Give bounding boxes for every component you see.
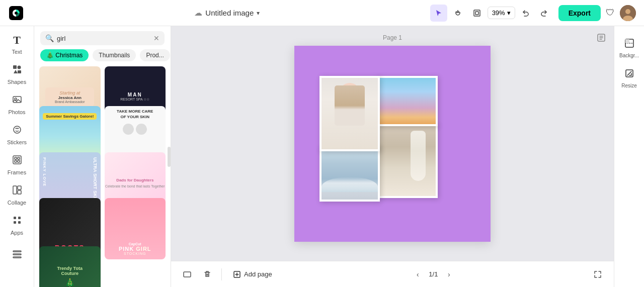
svg-rect-0 — [9, 6, 23, 20]
sidebar-item-frames[interactable]: Frames — [3, 151, 31, 179]
tag-thumbnails[interactable]: Thumbnails — [93, 49, 136, 61]
add-page-button[interactable]: Add page — [228, 267, 277, 281]
header-center: ☁ Untitled image ▾ — [30, 8, 424, 18]
shapes-icon — [12, 64, 22, 77]
template-item[interactable]: Trendy TotaCouture 🎄 — [39, 246, 101, 287]
search-icon: 🔍 — [45, 34, 54, 42]
apps-icon — [12, 215, 22, 228]
sidebar-item-collage-label: Collage — [8, 200, 26, 206]
canvas-area: Page 1 — [171, 26, 614, 287]
svg-rect-31 — [625, 39, 629, 43]
sidebar-item-shapes-label: Shapes — [8, 79, 26, 85]
resize-icon — [624, 68, 634, 81]
header-tools: 39% ▾ — [430, 5, 552, 22]
frame-tool-button[interactable] — [468, 5, 486, 22]
canvas-wrapper — [171, 26, 614, 261]
add-page-label: Add page — [244, 270, 272, 278]
template-panel: 🔍 ✕ 🎄 Christmas Thumbnails Prod... Start… — [34, 26, 171, 287]
more-icon — [12, 249, 22, 262]
prev-page-button[interactable]: ‹ — [411, 267, 425, 281]
undo-button[interactable] — [517, 5, 534, 22]
sidebar-item-apps[interactable]: Apps — [3, 211, 31, 239]
svg-rect-8 — [18, 70, 21, 73]
bottom-bar: Add page ‹ 1/1 › — [171, 261, 614, 287]
tag-prod[interactable]: Prod... — [140, 49, 170, 61]
sidebar-item-shapes[interactable]: Shapes — [3, 60, 31, 88]
svg-rect-6 — [13, 65, 17, 69]
logo[interactable] — [8, 5, 24, 21]
main-content: T Text Shapes Photos — [0, 26, 644, 287]
photo-2[interactable] — [377, 76, 438, 126]
left-sidebar: T Text Shapes Photos — [0, 26, 34, 287]
svg-rect-23 — [18, 221, 21, 224]
svg-rect-15 — [15, 160, 17, 162]
cloud-icon: ☁ — [194, 8, 202, 18]
svg-rect-20 — [14, 217, 16, 219]
svg-point-11 — [14, 126, 21, 133]
background-panel-button[interactable]: Backgr... — [616, 34, 642, 62]
svg-rect-28 — [184, 272, 191, 277]
sidebar-item-text-label: Text — [12, 49, 22, 55]
tag-christmas[interactable]: 🎄 Christmas — [40, 49, 89, 61]
background-icon — [624, 38, 634, 51]
page-thumbnail-button[interactable] — [179, 266, 195, 282]
search-input[interactable] — [57, 35, 150, 42]
export-button[interactable]: Export — [558, 5, 601, 21]
svg-rect-16 — [18, 160, 20, 162]
next-page-button[interactable]: › — [442, 267, 456, 281]
resize-panel-button[interactable]: Resize — [616, 64, 642, 92]
svg-point-7 — [17, 65, 21, 69]
fit-page-button[interactable] — [590, 266, 606, 282]
delete-page-button[interactable] — [199, 266, 215, 282]
collage-icon — [12, 185, 22, 198]
stickers-icon — [12, 125, 22, 137]
photo-3[interactable] — [319, 146, 380, 202]
sidebar-item-text[interactable]: T Text — [3, 30, 31, 58]
header: ☁ Untitled image ▾ 39% ▾ — [0, 0, 644, 26]
svg-point-4 — [625, 9, 630, 14]
photo-1[interactable] — [319, 76, 380, 151]
title-area: ☁ Untitled image ▾ — [194, 8, 260, 18]
search-box[interactable]: 🔍 ✕ — [40, 31, 165, 45]
user-avatar[interactable] — [620, 5, 636, 21]
sidebar-item-photos[interactable]: Photos — [3, 90, 31, 119]
svg-rect-19 — [18, 190, 21, 194]
canvas[interactable] — [294, 46, 491, 242]
hand-tool-button[interactable] — [449, 5, 466, 22]
zoom-control[interactable]: 39% ▾ — [488, 7, 515, 19]
svg-rect-18 — [18, 186, 21, 189]
title-chevron-icon[interactable]: ▾ — [257, 10, 260, 17]
background-panel-label: Backgr... — [619, 53, 639, 58]
sidebar-item-frames-label: Frames — [8, 169, 26, 175]
sidebar-item-apps-label: Apps — [11, 230, 23, 236]
svg-rect-9 — [13, 97, 21, 103]
panel-tags: 🎄 Christmas Thumbnails Prod... — [34, 49, 171, 66]
svg-rect-25 — [13, 254, 21, 255]
svg-rect-2 — [475, 12, 478, 15]
svg-rect-14 — [18, 157, 20, 159]
document-title[interactable]: Untitled image — [205, 9, 254, 17]
redo-button[interactable] — [535, 5, 552, 22]
resize-panel-label: Resize — [621, 83, 637, 88]
search-clear-button[interactable]: ✕ — [153, 34, 159, 42]
text-icon: T — [13, 34, 21, 47]
template-item[interactable]: CapCut PINK GIRL STOCKING — [105, 198, 166, 259]
photos-icon — [12, 94, 22, 107]
svg-rect-12 — [13, 156, 21, 164]
header-right: Export 🛡 — [558, 5, 636, 21]
photo-4[interactable] — [377, 124, 438, 198]
divider — [221, 268, 222, 280]
svg-rect-26 — [13, 257, 21, 258]
sidebar-item-more[interactable] — [3, 241, 31, 269]
template-grid: Starting at Jessica Ann Brand Ambassador… — [34, 66, 171, 287]
right-panel: Backgr... Resize — [614, 26, 644, 287]
bottom-right-actions — [590, 266, 606, 282]
panel-resize-handle[interactable] — [168, 147, 171, 167]
shield-icon[interactable]: 🛡 — [606, 8, 615, 18]
pointer-tool-button[interactable] — [430, 5, 447, 22]
sidebar-item-collage[interactable]: Collage — [3, 181, 31, 209]
page-indicator: 1/1 — [429, 270, 438, 278]
panel-search-area: 🔍 ✕ — [34, 26, 171, 49]
sidebar-item-stickers[interactable]: Stickers — [3, 121, 31, 149]
svg-rect-13 — [15, 157, 17, 159]
